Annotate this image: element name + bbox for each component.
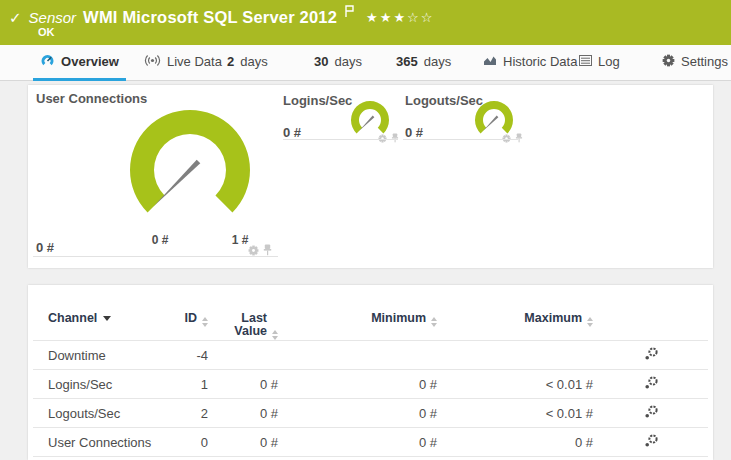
channel-id: 0 [153, 435, 208, 450]
channel-settings-icon[interactable] [643, 346, 659, 365]
tab-number: 30 [314, 54, 328, 69]
sort-caret-icon [103, 316, 111, 321]
column-label: Last Value [225, 312, 267, 338]
logouts-value: 0 # [405, 125, 423, 140]
tab-bar: Overview Live Data 2 days 30 days 365 da… [0, 45, 731, 81]
channel-settings-icon[interactable] [643, 404, 659, 423]
table-header-row: Channel ID Last Value Minimum Maximum [33, 285, 708, 341]
sensor-header: ✓ Sensor WMI Microsoft SQL Server 2012 ★… [0, 0, 731, 45]
channel-id: -4 [153, 348, 208, 363]
channel-id: 1 [153, 377, 208, 392]
channel-maximum: 0 # [437, 435, 593, 450]
chart-icon [483, 54, 497, 69]
table-row-logins: Logins/Sec 1 0 # 0 # < 0.01 # [33, 370, 708, 399]
column-header-minimum[interactable]: Minimum [278, 312, 437, 327]
gauge-settings-gear-icon[interactable] [248, 242, 259, 260]
table-row-logouts: Logouts/Sec 2 0 # 0 # < 0.01 # [33, 399, 708, 428]
object-kind-label: Sensor [29, 9, 77, 26]
gear-icon [662, 54, 675, 70]
gauge-settings-gear-icon[interactable] [502, 129, 511, 147]
tab-365-days[interactable]: 365 days [396, 45, 451, 78]
divider [33, 256, 278, 257]
page-title: WMI Microsoft SQL Server 2012 [83, 8, 337, 27]
gauge-title-logins: Logins/Sec [283, 93, 352, 108]
gauges-panel: User Connections 0 # 1 # 0 # Logins/Sec … [28, 85, 713, 268]
channel-name: Downtime [33, 348, 153, 363]
channel-minimum: 0 # [278, 435, 437, 450]
channel-last-value: 0 # [208, 377, 278, 392]
gauge-settings-gear-icon[interactable] [378, 129, 387, 147]
channel-settings-icon[interactable] [643, 375, 659, 394]
channel-last-value: 0 # [208, 406, 278, 421]
pin-icon[interactable] [391, 129, 399, 147]
sort-arrows-icon [272, 330, 278, 340]
status-badge: OK [38, 26, 55, 38]
tab-30-days[interactable]: 30 days [314, 45, 362, 78]
column-header-channel[interactable]: Channel [33, 312, 153, 324]
column-label: ID [185, 311, 198, 325]
channel-minimum: 0 # [278, 406, 437, 421]
channel-maximum: < 0.01 # [437, 377, 593, 392]
tab-label: days [334, 54, 361, 69]
tab-label: Live Data [167, 54, 222, 69]
log-list-icon [579, 54, 592, 69]
user-connections-gauge [120, 100, 260, 240]
tab-number: 2 [227, 54, 234, 69]
table-row-downtime: Downtime -4 [33, 341, 708, 370]
priority-stars[interactable]: ★★★☆☆ [366, 10, 434, 25]
channel-table-panel: Channel ID Last Value Minimum Maximum Do… [28, 285, 713, 460]
tab-label: Log [598, 54, 620, 69]
channel-name: Logins/Sec [33, 377, 153, 392]
tab-label: days [240, 54, 267, 69]
gauge-icon [40, 53, 55, 71]
tab-overview[interactable]: Overview [33, 45, 126, 78]
column-label: Minimum [371, 311, 426, 325]
tab-live-data[interactable]: Live Data [144, 45, 222, 78]
divider [283, 139, 398, 140]
tab-historic-data[interactable]: Historic Data [483, 45, 577, 78]
channel-name: User Connections [33, 435, 153, 450]
tab-log[interactable]: Log [579, 45, 620, 78]
column-header-id[interactable]: ID [153, 312, 208, 327]
priority-flag-icon[interactable] [344, 4, 355, 22]
column-label: Maximum [524, 311, 582, 325]
tab-label: days [424, 54, 451, 69]
user-connections-value: 0 # [36, 240, 54, 255]
channel-last-value: 0 # [208, 435, 278, 450]
tab-label: Overview [61, 54, 119, 69]
tab-number: 365 [396, 54, 418, 69]
active-tab-underline [33, 78, 126, 81]
column-label: Channel [48, 311, 97, 325]
column-header-last-value[interactable]: Last Value [208, 312, 278, 340]
channel-settings-icon[interactable] [643, 433, 659, 452]
channel-name: Logouts/Sec [33, 406, 153, 421]
live-signal-icon [144, 54, 161, 70]
channel-id: 2 [153, 406, 208, 421]
channel-minimum: 0 # [278, 377, 437, 392]
gauge-scale-min: 0 # [138, 233, 182, 247]
tab-label: Settings [681, 54, 728, 69]
channel-maximum: < 0.01 # [437, 406, 593, 421]
pin-icon[interactable] [263, 242, 272, 260]
status-check-icon: ✓ [9, 10, 22, 25]
sort-arrows-icon [587, 317, 593, 327]
table-row-user-connections: User Connections 0 0 # 0 # 0 # [33, 428, 708, 457]
tab-label: Historic Data [503, 54, 577, 69]
column-header-maximum[interactable]: Maximum [437, 312, 593, 327]
pin-icon[interactable] [515, 129, 523, 147]
tab-settings[interactable]: Settings [662, 45, 728, 78]
logins-value: 0 # [283, 125, 301, 140]
tab-2-days[interactable]: 2 days [227, 45, 268, 78]
divider [403, 139, 518, 140]
